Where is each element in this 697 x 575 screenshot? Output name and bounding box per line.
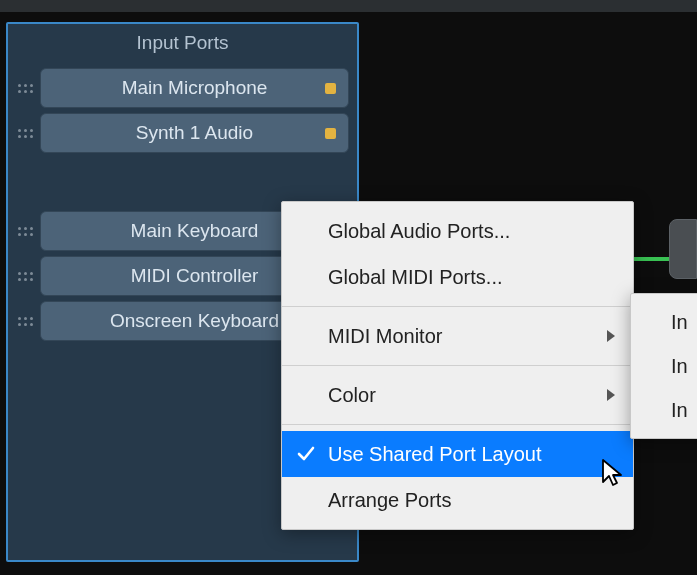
port-label: Synth 1 Audio	[59, 122, 330, 144]
context-submenu[interactable]: In In In	[630, 293, 697, 439]
menu-label: Global MIDI Ports...	[328, 266, 503, 289]
menu-color[interactable]: Color	[282, 372, 633, 418]
section-spacer	[8, 158, 357, 206]
menu-label: Color	[328, 384, 376, 407]
menu-label: MIDI Monitor	[328, 325, 442, 348]
submenu-item[interactable]: In	[631, 300, 697, 344]
port-row[interactable]: Synth 1 Audio	[16, 113, 349, 153]
menu-separator	[282, 365, 633, 366]
port-status-dot	[325, 83, 336, 94]
menu-global-audio-ports[interactable]: Global Audio Ports...	[282, 208, 633, 254]
drag-grip-icon[interactable]	[16, 272, 34, 281]
port-synth1-audio[interactable]: Synth 1 Audio	[40, 113, 349, 153]
menu-label: Arrange Ports	[328, 489, 451, 512]
menu-label: Use Shared Port Layout	[328, 443, 541, 466]
port-label: Main Microphone	[59, 77, 330, 99]
node-stub[interactable]	[669, 219, 697, 279]
drag-grip-icon[interactable]	[16, 84, 34, 93]
menu-arrange-ports[interactable]: Arrange Ports	[282, 477, 633, 523]
menu-use-shared-port-layout[interactable]: Use Shared Port Layout	[282, 431, 633, 477]
menu-label: In	[671, 311, 688, 334]
context-menu[interactable]: Global Audio Ports... Global MIDI Ports.…	[281, 201, 634, 530]
checkmark-icon	[296, 444, 316, 464]
app-toolbar	[0, 0, 697, 12]
drag-grip-icon[interactable]	[16, 317, 34, 326]
menu-separator	[282, 424, 633, 425]
port-status-dot	[325, 128, 336, 139]
port-row[interactable]: Main Microphone	[16, 68, 349, 108]
menu-midi-monitor[interactable]: MIDI Monitor	[282, 313, 633, 359]
port-main-microphone[interactable]: Main Microphone	[40, 68, 349, 108]
menu-label: Global Audio Ports...	[328, 220, 510, 243]
submenu-item[interactable]: In	[631, 388, 697, 432]
submenu-item[interactable]: In	[631, 344, 697, 388]
drag-grip-icon[interactable]	[16, 227, 34, 236]
menu-label: In	[671, 355, 688, 378]
menu-label: In	[671, 399, 688, 422]
panel-title: Input Ports	[8, 32, 357, 54]
routing-canvas[interactable]: Input Ports Main Microphone Synth 1 Audi…	[0, 12, 697, 575]
menu-separator	[282, 306, 633, 307]
drag-grip-icon[interactable]	[16, 129, 34, 138]
menu-global-midi-ports[interactable]: Global MIDI Ports...	[282, 254, 633, 300]
